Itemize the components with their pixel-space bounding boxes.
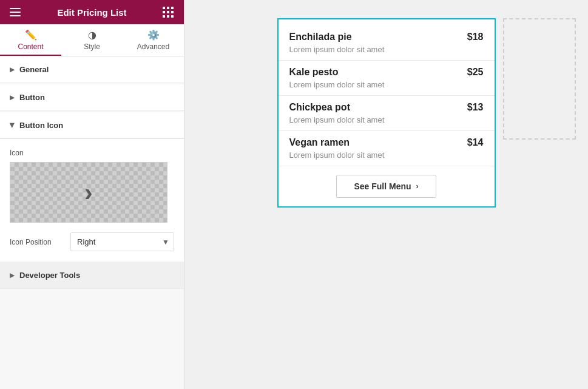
right-preview-area: Enchilada pie $18 Lorem ipsum dolor sit … [184,0,588,389]
pricing-item-1-row: Kale pesto $25 [289,67,484,78]
pricing-item-2-row: Chickpea pot $13 [289,102,484,113]
icon-checkerboard: › [10,163,167,222]
dashed-placeholder [503,18,576,140]
see-full-menu-arrow-icon: › [416,182,419,191]
grid-icon[interactable] [162,6,174,18]
section-general-header[interactable]: ▶ General [0,56,184,83]
icon-preview-chevron: › [84,179,92,206]
pricing-item-3: Vegan ramen $14 Lorem ipsum dolor sit am… [279,131,495,166]
section-button-header[interactable]: ▶ Button [0,84,184,111]
left-panel: Edit Pricing List ✏️ Content ◑ Style ⚙️ … [0,0,184,389]
icon-position-row: Icon Position Left Right ▼ [10,232,174,251]
see-full-menu-label: See Full Menu [354,181,411,191]
hamburger-icon[interactable] [10,6,22,18]
button-label: Button [19,93,45,102]
developer-tools-label: Developer Tools [19,271,80,280]
pricing-item-2-name: Chickpea pot [289,102,350,113]
pricing-item-0: Enchilada pie $18 Lorem ipsum dolor sit … [279,25,495,61]
pricing-item-1-name: Kale pesto [289,67,339,78]
pricing-item-2: Chickpea pot $13 Lorem ipsum dolor sit a… [279,96,495,131]
icon-field-label: Icon [10,149,174,157]
section-button: ▶ Button [0,84,184,111]
section-button-icon-header[interactable]: ▶ Button Icon [0,112,184,139]
developer-tools-chevron-icon: ▶ [10,272,15,279]
tab-style-label: Style [84,42,100,51]
general-chevron-icon: ▶ [10,66,15,73]
panel-header: Edit Pricing List [0,0,184,24]
section-developer-tools-header[interactable]: ▶ Developer Tools [0,262,184,289]
panel-title: Edit Pricing List [57,7,126,18]
pricing-item-1-price: $25 [467,67,484,78]
content-tab-icon: ✏️ [25,30,37,40]
tab-advanced[interactable]: ⚙️ Advanced [123,24,184,56]
advanced-tab-icon: ⚙️ [147,30,160,40]
panel-content: ▶ General ▶ Button ▶ Button Icon Icon › [0,56,184,389]
icon-position-label: Icon Position [10,238,64,246]
pricing-item-0-row: Enchilada pie $18 [289,32,484,42]
pricing-item-0-price: $18 [467,32,484,42]
tab-advanced-label: Advanced [137,42,169,51]
section-developer-tools: ▶ Developer Tools [0,262,184,289]
icon-position-select-wrapper: Left Right ▼ [70,232,174,251]
panel-tabs: ✏️ Content ◑ Style ⚙️ Advanced [0,24,184,56]
button-icon-body: Icon › Icon Position Left Right ▼ [0,139,184,261]
tab-content-label: Content [18,42,43,51]
tab-content[interactable]: ✏️ Content [0,24,61,56]
style-tab-icon: ◑ [88,30,96,40]
pricing-card: Enchilada pie $18 Lorem ipsum dolor sit … [277,18,496,208]
pricing-item-3-desc: Lorem ipsum dolor sit amet [289,151,484,160]
tab-style[interactable]: ◑ Style [61,24,123,56]
pricing-item-1-desc: Lorem ipsum dolor sit amet [289,80,484,89]
pricing-item-2-desc: Lorem ipsum dolor sit amet [289,115,484,124]
pricing-item-3-row: Vegan ramen $14 [289,137,484,148]
general-label: General [19,65,49,74]
pricing-item-2-price: $13 [467,102,484,113]
pricing-item-3-price: $14 [467,137,484,148]
button-icon-label: Button Icon [19,121,63,130]
button-chevron-icon: ▶ [10,94,15,101]
pricing-item-3-name: Vegan ramen [289,137,350,148]
icon-position-select[interactable]: Left Right [70,232,174,251]
button-icon-chevron-icon: ▶ [9,123,16,128]
pricing-item-0-desc: Lorem ipsum dolor sit amet [289,45,484,54]
section-general: ▶ General [0,56,184,83]
icon-preview-box: › [10,162,167,223]
see-full-menu-button[interactable]: See Full Menu › [336,175,436,198]
pricing-item-0-name: Enchilada pie [289,32,352,42]
pricing-card-footer: See Full Menu › [279,166,495,206]
section-button-icon: ▶ Button Icon Icon › Icon Position Left … [0,112,184,261]
pricing-item-1: Kale pesto $25 Lorem ipsum dolor sit ame… [279,61,495,96]
